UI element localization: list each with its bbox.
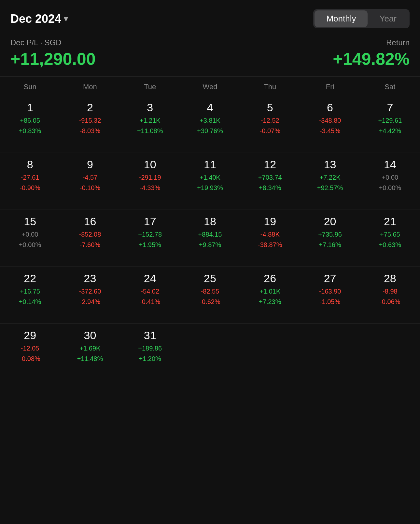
day-cell-16[interactable]: 16-852.08-7.60% <box>60 210 120 267</box>
day-cell-26[interactable]: 26+1.01K+7.23% <box>240 267 300 324</box>
day-pnl: +1.69K <box>79 344 100 352</box>
day-number: 18 <box>204 216 216 227</box>
return-value: +149.82% <box>333 49 410 69</box>
day-pnl: -54.02 <box>141 287 159 296</box>
view-toggle: Monthly Year <box>313 9 410 28</box>
summary-right: Return +149.82% <box>333 38 410 69</box>
day-pnl: +189.86 <box>138 344 162 352</box>
day-pct: +0.83% <box>19 127 41 135</box>
day-pct: +30.76% <box>197 127 223 135</box>
day-cell-29[interactable]: 29-12.05-0.08% <box>0 324 60 381</box>
day-cell-3[interactable]: 3+1.21K+11.08% <box>120 96 180 153</box>
day-pct: +1.20% <box>139 354 161 363</box>
day-header-sat: Sat <box>360 83 420 91</box>
day-cell-18[interactable]: 18+884.15+9.87% <box>180 210 240 267</box>
dropdown-arrow-icon: ▾ <box>64 14 68 23</box>
month-selector[interactable]: Dec 2024 ▾ <box>10 12 68 26</box>
day-pnl: -4.88K <box>260 230 280 239</box>
day-cell-21[interactable]: 21+75.65+0.63% <box>360 210 420 267</box>
day-cell-2[interactable]: 2-915.32-8.03% <box>60 96 120 153</box>
day-cell-22[interactable]: 22+16.75+0.14% <box>0 267 60 324</box>
day-number: 23 <box>84 273 96 284</box>
day-cell-6[interactable]: 6-348.80-3.45% <box>300 96 360 153</box>
day-cell-empty <box>360 324 420 381</box>
day-pct: +8.34% <box>259 184 281 192</box>
day-cell-13[interactable]: 13+7.22K+92.57% <box>300 153 360 210</box>
day-cell-27[interactable]: 27-163.90-1.05% <box>300 267 360 324</box>
day-cell-empty <box>180 324 240 381</box>
day-pct: -0.90% <box>20 184 40 192</box>
day-number: 3 <box>147 102 153 113</box>
calendar-week-2: 8-27.61-0.90%9-4.57-0.10%10-291.19-4.33%… <box>0 153 420 210</box>
day-header-tue: Tue <box>120 83 180 91</box>
day-pnl: -915.32 <box>79 116 101 125</box>
day-cell-12[interactable]: 12+703.74+8.34% <box>240 153 300 210</box>
day-cell-19[interactable]: 19-4.88K-38.87% <box>240 210 300 267</box>
day-cell-4[interactable]: 4+3.81K+30.76% <box>180 96 240 153</box>
day-cell-31[interactable]: 31+189.86+1.20% <box>120 324 180 381</box>
day-number: 31 <box>144 330 156 341</box>
header: Dec 2024 ▾ Monthly Year <box>0 0 420 35</box>
day-number: 9 <box>87 159 93 170</box>
day-cell-15[interactable]: 15+0.00+0.00% <box>0 210 60 267</box>
day-pct: +1.95% <box>139 241 161 249</box>
day-cell-empty <box>300 324 360 381</box>
year-toggle-button[interactable]: Year <box>368 10 408 27</box>
day-pnl: -163.90 <box>319 287 341 296</box>
day-number: 21 <box>384 216 396 227</box>
day-cell-1[interactable]: 1+86.05+0.83% <box>0 96 60 153</box>
day-cell-30[interactable]: 30+1.69K+11.48% <box>60 324 120 381</box>
day-cell-14[interactable]: 14+0.00+0.00% <box>360 153 420 210</box>
day-cell-empty <box>240 324 300 381</box>
day-cell-23[interactable]: 23-372.60-2.94% <box>60 267 120 324</box>
day-cell-10[interactable]: 10-291.19-4.33% <box>120 153 180 210</box>
day-header-sun: Sun <box>0 83 60 91</box>
day-pnl: -4.57 <box>83 173 98 182</box>
day-number: 16 <box>84 216 96 227</box>
day-pnl: +1.01K <box>259 287 280 296</box>
day-pnl: +16.75 <box>20 287 40 296</box>
summary-section: Dec P/L · SGD +11,290.00 Return +149.82% <box>0 35 420 76</box>
summary-value: +11,290.00 <box>10 49 96 69</box>
day-cell-25[interactable]: 25-82.55-0.62% <box>180 267 240 324</box>
day-pct: -0.08% <box>20 354 40 363</box>
return-label: Return <box>333 38 410 47</box>
day-pnl: -12.52 <box>261 116 279 125</box>
day-number: 4 <box>207 102 213 113</box>
day-number: 26 <box>264 273 276 284</box>
day-pct: -8.03% <box>80 127 100 135</box>
day-pct: -4.33% <box>140 184 160 192</box>
day-cell-24[interactable]: 24-54.02-0.41% <box>120 267 180 324</box>
day-number: 30 <box>84 330 96 341</box>
day-pnl: +129.61 <box>378 116 402 125</box>
day-pct: +11.08% <box>137 127 163 135</box>
day-number: 15 <box>24 216 36 227</box>
monthly-toggle-button[interactable]: Monthly <box>315 10 368 27</box>
day-number: 8 <box>27 159 33 170</box>
day-pct: -3.45% <box>320 127 340 135</box>
day-pct: +7.16% <box>319 241 341 249</box>
day-cell-17[interactable]: 17+152.78+1.95% <box>120 210 180 267</box>
day-number: 2 <box>87 102 93 113</box>
day-cell-7[interactable]: 7+129.61+4.42% <box>360 96 420 153</box>
day-pnl: -372.60 <box>79 287 101 296</box>
day-header-mon: Mon <box>60 83 120 91</box>
day-pnl: -348.80 <box>319 116 341 125</box>
day-cell-11[interactable]: 11+1.40K+19.93% <box>180 153 240 210</box>
day-cell-9[interactable]: 9-4.57-0.10% <box>60 153 120 210</box>
day-number: 7 <box>387 102 393 113</box>
day-header-fri: Fri <box>300 83 360 91</box>
day-pnl: -8.98 <box>383 287 398 296</box>
day-number: 29 <box>24 330 36 341</box>
summary-label: Dec P/L · SGD <box>10 38 96 47</box>
day-headers: SunMonTueWedThuFriSat <box>0 77 420 96</box>
day-number: 12 <box>264 159 276 170</box>
day-cell-8[interactable]: 8-27.61-0.90% <box>0 153 60 210</box>
day-cell-20[interactable]: 20+735.96+7.16% <box>300 210 360 267</box>
day-number: 10 <box>144 159 156 170</box>
day-pnl: +86.05 <box>20 116 40 125</box>
day-pct: -2.94% <box>80 297 100 306</box>
day-number: 5 <box>267 102 273 113</box>
day-cell-28[interactable]: 28-8.98-0.06% <box>360 267 420 324</box>
day-cell-5[interactable]: 5-12.52-0.07% <box>240 96 300 153</box>
